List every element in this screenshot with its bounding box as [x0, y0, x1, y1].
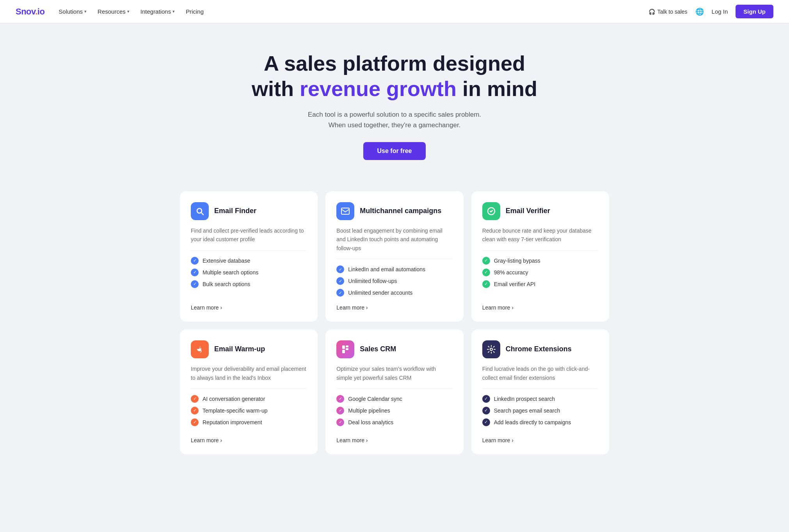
- nav-pricing[interactable]: Pricing: [186, 8, 204, 15]
- card-feature: ✓ Search pages email search: [482, 407, 598, 415]
- hero-title-line1: A sales platform designed: [264, 52, 525, 75]
- card-feature: ✓ Bulk search options: [191, 280, 307, 288]
- feature-label: Multiple pipelines: [348, 407, 390, 414]
- cards-section: Email Finder Find and collect pre-verifi…: [0, 180, 789, 478]
- card-features-list: ✓ LinkedIn and email automations ✓ Unlim…: [336, 265, 452, 297]
- feature-label: Gray-listing bypass: [494, 258, 540, 264]
- learn-more-link[interactable]: Learn more ›: [482, 304, 598, 311]
- feature-label: 98% accuracy: [494, 269, 528, 276]
- chevron-down-icon: ▾: [84, 9, 87, 14]
- card-feature: ✓ Multiple pipelines: [336, 407, 452, 415]
- card-title: Email Finder: [214, 206, 256, 215]
- logo[interactable]: Snov.io: [16, 7, 44, 17]
- card-feature: ✓ Extensive database: [191, 257, 307, 265]
- card-description: Reduce bounce rate and keep your databas…: [482, 226, 598, 251]
- card-features-list: ✓ Google Calendar sync ✓ Multiple pipeli…: [336, 395, 452, 429]
- card-feature: ✓ Reputation improvement: [191, 418, 307, 426]
- svg-rect-4: [342, 345, 345, 349]
- card-features-list: ✓ Extensive database ✓ Multiple search o…: [191, 257, 307, 297]
- check-icon: ✓: [191, 280, 199, 288]
- check-icon: ✓: [191, 407, 199, 415]
- card-feature: ✓ Gray-listing bypass: [482, 257, 598, 265]
- feature-label: Search pages email search: [494, 407, 560, 414]
- hero-subtitle-line1: Each tool is a powerful solution to a sp…: [308, 111, 481, 118]
- feature-label: Unlimited follow-ups: [348, 278, 397, 284]
- check-icon: ✓: [336, 265, 344, 273]
- learn-more-link[interactable]: Learn more ›: [482, 437, 598, 443]
- card-features-list: ✓ LinkedIn prospect search ✓ Search page…: [482, 395, 598, 429]
- feature-label: AI conversation generator: [203, 396, 265, 402]
- login-link[interactable]: Log In: [712, 8, 728, 15]
- nav-integrations-label: Integrations: [140, 8, 171, 15]
- check-icon: ✓: [482, 257, 490, 265]
- learn-more-link[interactable]: Learn more ›: [336, 304, 452, 311]
- chevron-down-icon: ▾: [127, 9, 130, 14]
- card-feature: ✓ Unlimited sender accounts: [336, 289, 452, 297]
- feature-label: Bulk search options: [203, 281, 250, 287]
- talk-to-sales-label: Talk to sales: [658, 9, 688, 15]
- card-email-warmup: Email Warm-up Improve your deliverabilit…: [180, 329, 318, 454]
- nav-solutions[interactable]: Solutions ▾: [59, 8, 87, 15]
- check-icon: ✓: [482, 269, 490, 276]
- feature-label: Google Calendar sync: [348, 396, 402, 402]
- card-feature: ✓ LinkedIn prospect search: [482, 395, 598, 403]
- nav-integrations[interactable]: Integrations ▾: [140, 8, 175, 15]
- feature-label: Unlimited sender accounts: [348, 290, 412, 296]
- card-header: Sales CRM: [336, 340, 452, 358]
- card-feature: ✓ Multiple search options: [191, 269, 307, 276]
- nav-resources-label: Resources: [98, 8, 126, 15]
- nav-resources[interactable]: Resources ▾: [98, 8, 130, 15]
- feature-label: Extensive database: [203, 258, 250, 264]
- globe-icon[interactable]: 🌐: [695, 7, 704, 16]
- check-icon: ✓: [482, 395, 490, 403]
- card-description: Find and collect pre-verified leads acco…: [191, 226, 307, 251]
- card-email-verifier: Email Verifier Reduce bounce rate and ke…: [471, 191, 609, 322]
- card-feature: ✓ Template-specific warm-up: [191, 407, 307, 415]
- card-features-list: ✓ Gray-listing bypass ✓ 98% accuracy ✓ E…: [482, 257, 598, 297]
- cards-grid: Email Finder Find and collect pre-verifi…: [180, 191, 609, 454]
- hero-subtitle-line2: When used together, they're a gamechange…: [329, 121, 461, 129]
- learn-more-link[interactable]: Learn more ›: [191, 304, 307, 311]
- check-icon: ✓: [191, 257, 199, 265]
- card-features-list: ✓ AI conversation generator ✓ Template-s…: [191, 395, 307, 429]
- check-icon: ✓: [336, 395, 344, 403]
- card-icon-multichannel: [336, 202, 354, 220]
- card-feature: ✓ Add leads directly to campaigns: [482, 418, 598, 426]
- svg-rect-5: [346, 345, 348, 347]
- check-icon: ✓: [336, 289, 344, 297]
- feature-label: Reputation improvement: [203, 419, 262, 425]
- check-icon: ✓: [336, 418, 344, 426]
- svg-point-0: [197, 208, 202, 213]
- card-feature: ✓ Unlimited follow-ups: [336, 277, 452, 285]
- card-icon-email-verifier: [482, 202, 500, 220]
- card-feature: ✓ Email verifier API: [482, 280, 598, 288]
- svg-point-8: [490, 348, 492, 351]
- card-header: Multichannel campaigns: [336, 202, 452, 220]
- card-header: Email Verifier: [482, 202, 598, 220]
- hero-title-accent: revenue growth: [300, 77, 457, 100]
- use-for-free-button[interactable]: Use for free: [363, 142, 426, 160]
- card-feature: ✓ Deal loss analytics: [336, 418, 452, 426]
- hero-subtitle: Each tool is a powerful solution to a sp…: [16, 109, 773, 130]
- card-email-finder: Email Finder Find and collect pre-verifi…: [180, 191, 318, 322]
- talk-to-sales-link[interactable]: 🎧 Talk to sales: [649, 9, 688, 15]
- check-icon: ✓: [482, 280, 490, 288]
- feature-label: Deal loss analytics: [348, 419, 393, 425]
- card-icon-sales-crm: [336, 340, 354, 358]
- feature-label: LinkedIn and email automations: [348, 266, 425, 272]
- learn-more-link[interactable]: Learn more ›: [191, 437, 307, 443]
- hero-title-line2: with revenue growth in mind: [252, 77, 537, 100]
- hero-section: A sales platform designed with revenue g…: [0, 23, 789, 180]
- card-title: Email Verifier: [506, 206, 550, 215]
- card-description: Improve your deliverability and email pl…: [191, 365, 307, 389]
- check-icon: ✓: [191, 418, 199, 426]
- check-icon: ✓: [191, 269, 199, 276]
- feature-label: LinkedIn prospect search: [494, 396, 555, 402]
- check-icon: ✓: [191, 395, 199, 403]
- signup-button[interactable]: Sign Up: [736, 5, 773, 18]
- learn-more-link[interactable]: Learn more ›: [336, 437, 452, 443]
- card-icon-email-finder: [191, 202, 209, 220]
- card-header: Chrome Extensions: [482, 340, 598, 358]
- check-icon: ✓: [336, 407, 344, 415]
- card-multichannel: Multichannel campaigns Boost lead engage…: [325, 191, 463, 322]
